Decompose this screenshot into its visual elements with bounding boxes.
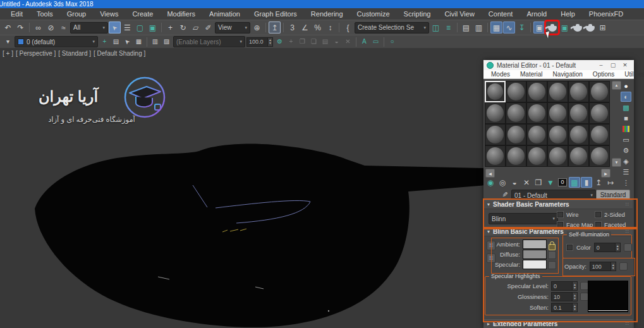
make-preview-icon[interactable]: ▭ [621,135,631,145]
spinner-arrows[interactable]: ▲▼ [573,281,578,291]
menu-customize[interactable]: Customize [350,8,397,20]
me-menu-modes[interactable]: Modes [486,70,515,79]
material-editor-options-icon[interactable]: ⚙ [621,145,631,155]
snaps-toggle-icon[interactable]: 3 [286,21,298,33]
menu-scripting[interactable]: Scripting [397,8,438,20]
show-end-result-icon[interactable]: ▮ [581,177,592,188]
sample-slot-12[interactable] [589,102,610,124]
menu-edit[interactable]: Edit [4,8,30,20]
diffuse-map-button[interactable] [548,251,556,259]
spinner-snap-toggle-icon[interactable]: ↕ [324,21,336,33]
sample-slot-layout-icon[interactable]: ⋮ [621,178,631,188]
layer-manager-icon[interactable]: ▤ [460,21,472,33]
hide-layer-icon[interactable]: ▥ [150,37,161,47]
show-map-in-viewport-icon[interactable]: ▩ [569,177,580,188]
reference-coordinate-dropdown[interactable]: View ▾ [215,22,250,33]
checkbox-wire[interactable]: Wire [557,211,595,218]
lock-ambient-diffuse-button[interactable]: ⚿ [487,241,495,250]
spinner-down-icon[interactable]: ▼ [612,267,615,270]
assign-material-to-selection-icon[interactable]: ◒ [509,177,520,188]
menu-graph-editors[interactable]: Graph Editors [247,8,304,20]
select-and-place-icon[interactable]: ✐ [202,21,214,33]
rollout-extended-parameters[interactable]: ▸ Extended Parameters ∷ [483,319,633,328]
rectangular-selection-region-icon[interactable]: ▢ [134,21,146,33]
rollout-shader-basic-parameters[interactable]: ▾ Shader Basic Parameters ∷ [483,200,633,209]
freeze-layer-icon[interactable]: ▨ [161,37,172,47]
get-material-icon[interactable]: ◉ [485,177,496,188]
paste-state-icon[interactable]: ❏ [308,37,319,47]
spinner-down-icon[interactable]: ▼ [573,286,576,289]
viewport-label-item[interactable]: [ + ] [3,50,13,57]
sample-uv-tiling-icon[interactable]: ■ [621,113,631,123]
spinner-down-icon[interactable]: ▼ [616,248,619,251]
enable-layers-field[interactable]: (Enable Layers) ▾ [173,36,245,47]
angle-snap-toggle-icon[interactable]: ∠ [299,21,311,33]
glossinessspinner[interactable]: 10▲▼ [551,292,578,301]
percent-value[interactable]: 100.0 [246,37,268,47]
add-state-icon[interactable]: ◒ [331,37,342,47]
menu-tools[interactable]: Tools [30,8,60,20]
add-selection-to-layer-icon[interactable]: ▤ [111,37,121,47]
menu-civil-view[interactable]: Civil View [437,8,481,20]
sample-slot-14[interactable] [506,124,526,145]
isolate-selection-icon[interactable]: ○ [387,37,398,47]
background-icon[interactable]: ▩ [621,102,631,112]
menu-views[interactable]: Views [93,8,125,20]
spinner-arrows[interactable]: ▲ ▼ [616,243,621,252]
glossinessmap-button[interactable] [580,293,588,301]
layer-properties-icon[interactable]: ⚙ [274,37,285,47]
material-type-button[interactable]: Standard [596,190,630,200]
diffuse-color-swatch[interactable] [523,250,547,259]
render-in-cloud-icon[interactable] [584,21,596,33]
pick-material-eyedropper-icon[interactable]: ✎ [500,190,510,199]
maximize-button[interactable]: ▢ [607,61,619,70]
sample-slot-24[interactable] [589,145,610,167]
self-illumination-spinner[interactable]: 0 ▲ ▼ [594,243,621,252]
sample-slot-18[interactable] [589,124,610,145]
curve-editor-icon[interactable]: ∿ [503,21,515,33]
sample-slot-7[interactable] [485,102,506,124]
bind-to-space-warp-icon[interactable]: ≈ [58,21,70,33]
scene-explorer-icon[interactable]: ▥ [473,21,485,33]
opacity-spinner[interactable]: 100 ▲ ▼ [590,262,616,271]
softenspinner[interactable]: 0.1▲▼ [551,303,578,312]
menu-animation[interactable]: Animation [202,8,247,20]
self-illumination-map-button[interactable] [624,243,632,252]
grid-settings-icon[interactable]: A [359,37,370,47]
put-to-library-icon[interactable]: ▼ [545,177,556,188]
param-value[interactable]: 10 [551,292,573,301]
sample-slot-3[interactable] [526,81,547,102]
sample-slot-16[interactable] [547,124,568,145]
go-forward-to-sibling-icon[interactable]: ↦ [605,177,616,188]
sample-slot-20[interactable] [506,145,526,167]
menu-create[interactable]: Create [125,8,160,20]
sample-slot-8[interactable] [506,102,526,124]
make-material-copy-icon[interactable]: ❐ [533,177,544,188]
backlight-icon[interactable]: ◐ [621,92,631,102]
minimize-button[interactable]: – [595,61,607,70]
sample-slot-21[interactable] [526,145,547,167]
redo-icon[interactable]: ↷ [15,21,27,33]
material-editor-icon[interactable] [546,21,558,33]
checkbox-2-sided[interactable]: 2-Sided [595,211,631,218]
measure-tool-icon[interactable]: ▭ [370,37,381,47]
render-production-icon[interactable] [571,21,583,33]
material-id-channel-icon[interactable]: 0 [557,177,568,188]
spinner-down-icon[interactable]: ▼ [573,308,576,311]
sample-slot-23[interactable] [568,145,589,167]
sample-slot-10[interactable] [547,102,568,124]
new-state-icon[interactable]: + [286,37,296,47]
close-button[interactable]: ✕ [619,61,631,70]
select-and-manipulate-icon[interactable]: ↥ [269,21,281,33]
rendered-frame-window-icon[interactable]: ▣ [559,21,571,33]
spinner-arrows[interactable]: ▲▼ [573,303,578,312]
align-icon[interactable]: ≡ [442,21,454,33]
use-pivot-point-center-icon[interactable]: ⊕ [251,21,263,33]
unlink-selection-icon[interactable]: ⊘ [45,21,57,33]
window-crossing-icon[interactable]: ▣ [147,21,159,33]
specular-levelmap-button[interactable] [580,282,588,290]
toggle-layer-explorer-icon[interactable]: ▦ [490,21,502,33]
sample-slot-15[interactable] [526,124,547,145]
specular-levelspinner[interactable]: 0▲▼ [551,281,578,291]
menu-phoenixfd[interactable]: PhoenixFD [582,8,630,20]
